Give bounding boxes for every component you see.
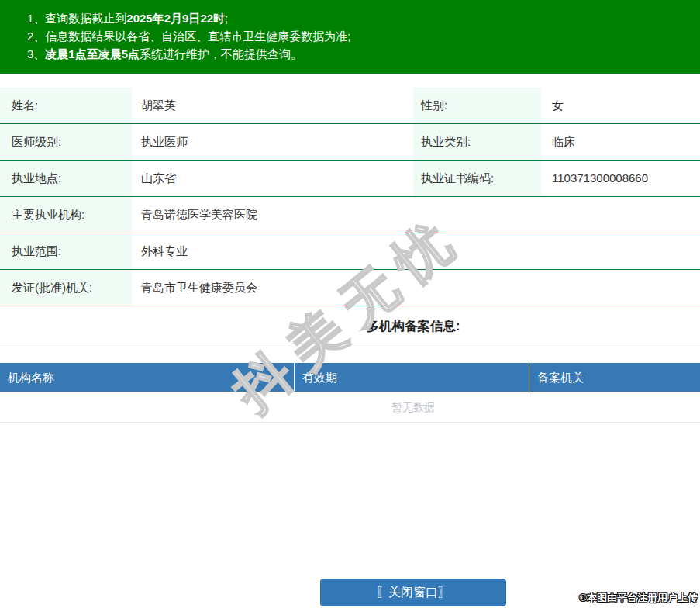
- field-label-gender: 性别:: [413, 88, 541, 123]
- field-label-certificate-number: 执业证书编码:: [413, 161, 541, 196]
- field-value-issuing-authority: 青岛市卫生健康委员会: [132, 270, 700, 306]
- table-row-issuing-authority: 发证(批准)机关: 青岛市卫生健康委员会: [0, 270, 700, 306]
- column-header-record-authority: 备案机关: [529, 363, 700, 392]
- column-header-validity-period: 有效期: [295, 363, 529, 392]
- table-row-practice-scope: 执业范围: 外科专业: [0, 233, 700, 270]
- notice-number: 2、: [27, 29, 45, 43]
- field-label-issuing-authority: 发证(批准)机关:: [0, 270, 132, 306]
- column-header-institution-name: 机构名称: [0, 363, 295, 392]
- notice-line-3: 3、凌晨1点至凌晨5点系统进行维护，不能提供查询。: [27, 45, 700, 63]
- field-label-name: 姓名:: [0, 88, 132, 123]
- notice-banner: 1、查询数据截止到2025年2月9日22时; 2、信息数据结果以各省、自治区、直…: [0, 0, 700, 74]
- notice-number: 3、: [27, 47, 45, 60]
- field-label-practice-category: 执业类别:: [413, 124, 541, 160]
- field-label-doctor-level: 医师级别:: [0, 124, 132, 160]
- field-value-main-institution: 青岛诺德医学美容医院: [132, 197, 700, 233]
- table-row-level-category: 医师级别: 执业医师 执业类别: 临床: [0, 124, 700, 161]
- field-value-doctor-level: 执业医师: [132, 124, 413, 160]
- field-value-practice-category: 临床: [541, 124, 700, 160]
- table-row-main-institution: 主要执业机构: 青岛诺德医学美容医院: [0, 197, 700, 233]
- section-divider: [0, 344, 700, 344]
- field-value-gender: 女: [541, 88, 700, 123]
- close-window-button[interactable]: 〖关闭窗口〗: [320, 579, 506, 606]
- practitioner-info-table: 姓名: 胡翠英 性别: 女 医师级别: 执业医师 执业类别: 临床 执业地点: …: [0, 88, 700, 306]
- records-section-title: 多机构备案信息:: [0, 318, 700, 335]
- empty-data-placeholder: 暂无数据: [0, 392, 700, 423]
- field-value-name: 胡翠英: [132, 88, 413, 123]
- notice-line-1: 1、查询数据截止到2025年2月9日22时;: [27, 9, 700, 27]
- notice-number: 1、: [27, 12, 45, 25]
- records-table: 机构名称 有效期 备案机关 暂无数据: [0, 363, 700, 423]
- notice-line-2: 2、信息数据结果以各省、自治区、直辖市卫生健康委数据为准;: [27, 27, 700, 45]
- copyright-stamp: ©本图由平台注册用户上传: [579, 591, 698, 605]
- field-value-certificate-number: 110371300008660: [541, 161, 700, 196]
- field-value-practice-scope: 外科专业: [132, 233, 700, 269]
- table-row-name-gender: 姓名: 胡翠英 性别: 女: [0, 88, 700, 124]
- records-table-header: 机构名称 有效期 备案机关: [0, 363, 700, 392]
- field-label-practice-location: 执业地点:: [0, 161, 132, 196]
- query-result-page: 1、查询数据截止到2025年2月9日22时; 2、信息数据结果以各省、自治区、直…: [0, 0, 700, 608]
- field-label-main-institution: 主要执业机构:: [0, 197, 132, 233]
- field-value-practice-location: 山东省: [132, 161, 413, 196]
- field-label-practice-scope: 执业范围:: [0, 233, 132, 269]
- content-canvas: 1、查询数据截止到2025年2月9日22时; 2、信息数据结果以各省、自治区、直…: [0, 0, 700, 608]
- table-row-location-certificate: 执业地点: 山东省 执业证书编码: 110371300008660: [0, 161, 700, 197]
